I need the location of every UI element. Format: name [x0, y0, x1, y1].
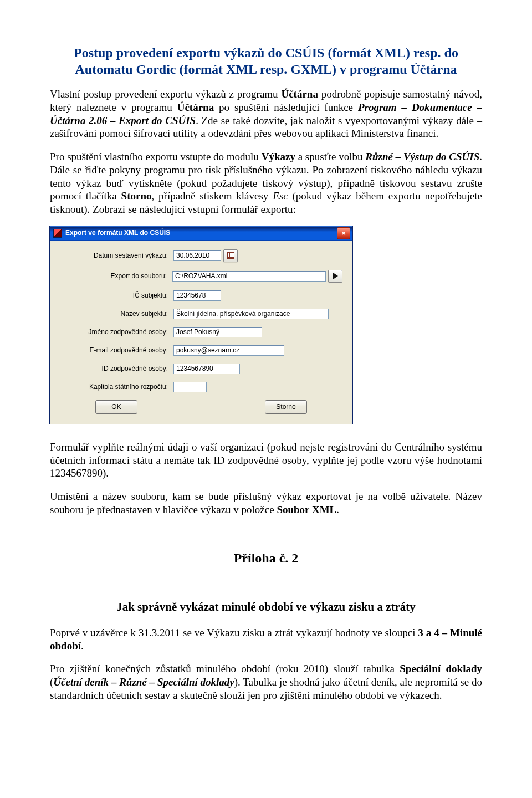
- text-bold: Účtárna: [281, 88, 318, 100]
- text-bold: Soubor XML: [277, 504, 336, 515]
- row-datum: Datum sestavení výkazu: 30.06.2010: [60, 249, 342, 262]
- dialog-screenshot: Export ve formátu XML do CSÚIS × Datum s…: [50, 226, 482, 424]
- intro-paragraph-2: Pro spuštění vlastního exportu vstupte d…: [50, 150, 482, 216]
- input-id[interactable]: 1234567890: [173, 364, 240, 374]
- input-kapitola[interactable]: [173, 382, 207, 392]
- ok-mnemonic: O: [111, 403, 116, 411]
- text-bold: Storno: [121, 190, 152, 202]
- appendix-heading: Příloha č. 2: [50, 550, 482, 566]
- text: po spuštění následující funkce: [214, 101, 358, 113]
- row-email: E-mail zodpovědné osoby: pokusny@seznam.…: [60, 345, 342, 356]
- storno-button[interactable]: Storno: [265, 400, 307, 414]
- paragraph-formular: Formulář vyplňte reálnými údaji o vaší o…: [50, 441, 482, 480]
- text: Vlastní postup provedení exportu výkazů …: [50, 88, 281, 100]
- ok-rest: K: [117, 403, 121, 411]
- row-jmeno: Jméno zodpovědné osoby: Josef Pokusný: [60, 327, 342, 337]
- row-export: Export do souboru: C:\ROZVAHA.xml: [60, 270, 342, 283]
- paragraph-umisteni: Umístění a název souboru, kam se bude př…: [50, 490, 482, 516]
- text-bold: Výkazy: [262, 151, 295, 162]
- paragraph-zjisteni: Pro zjištění konečných zůstatků minulého…: [50, 662, 482, 702]
- label-datum: Datum sestavení výkazu:: [60, 252, 173, 260]
- input-nazev[interactable]: Školní jídelna, příspěvková organizace: [173, 309, 329, 319]
- text-bold: Speciální doklady: [400, 663, 482, 674]
- play-icon: [333, 273, 338, 279]
- dialog-body: Datum sestavení výkazu: 30.06.2010 Expor…: [50, 241, 352, 424]
- section-heading: Jak správně vykázat minulé období ve výk…: [50, 600, 482, 614]
- browse-button[interactable]: [328, 270, 342, 283]
- storno-rest: torno: [280, 403, 295, 411]
- app-icon: [53, 229, 62, 238]
- row-ic: IČ subjektu: 12345678: [60, 290, 342, 301]
- label-email: E-mail zodpovědné osoby:: [60, 346, 173, 355]
- storno-mnemonic: S: [276, 403, 280, 411]
- input-datum[interactable]: 30.06.2010: [173, 250, 221, 261]
- calendar-button[interactable]: [223, 249, 238, 262]
- row-id: ID zodpovědné osoby: 1234567890: [60, 364, 342, 374]
- button-row: OK Storno: [60, 400, 342, 414]
- calendar-icon: [227, 252, 234, 259]
- export-dialog: Export ve formátu XML do CSÚIS × Datum s…: [50, 226, 352, 424]
- close-icon: ×: [341, 229, 346, 238]
- label-kapitola: Kapitola státního rozpočtu:: [60, 383, 173, 391]
- row-nazev: Název subjektu: Školní jídelna, příspěvk…: [60, 309, 342, 319]
- input-ic[interactable]: 12345678: [173, 290, 221, 301]
- label-nazev: Název subjektu:: [60, 310, 173, 318]
- page-title: Postup provedení exportu výkazů do CSÚIS…: [50, 44, 482, 78]
- text-bold-italic: Účetní deník – Různé – Speciální doklady: [53, 676, 234, 688]
- text: .: [81, 640, 84, 652]
- text: , případně stiskem klávesy: [151, 190, 273, 202]
- text-bold-italic: Různé – Výstup do CSÚIS: [365, 151, 479, 162]
- paragraph-poprve: Poprvé v uzávěrce k 31.3.2011 se ve Výka…: [50, 626, 482, 653]
- dialog-titlebar[interactable]: Export ve formátu XML do CSÚIS ×: [50, 226, 352, 241]
- intro-paragraph-1: Vlastní postup provedení exportu výkazů …: [50, 88, 482, 140]
- label-id: ID zodpovědné osoby:: [60, 365, 173, 373]
- row-kapitola: Kapitola státního rozpočtu:: [60, 382, 342, 392]
- label-export: Export do souboru:: [60, 272, 172, 280]
- label-jmeno: Jméno zodpovědné osoby:: [60, 328, 173, 336]
- text: Pro spuštění vlastního exportu vstupte d…: [50, 151, 262, 162]
- label-ic: IČ subjektu:: [60, 291, 173, 300]
- input-export-file[interactable]: C:\ROZVAHA.xml: [172, 271, 326, 282]
- dialog-title: Export ve formátu XML do CSÚIS: [65, 229, 337, 237]
- ok-button[interactable]: OK: [95, 400, 137, 414]
- text: Pro zjištění konečných zůstatků minulého…: [50, 663, 400, 674]
- close-button[interactable]: ×: [337, 227, 350, 239]
- text-italic: Esc: [273, 190, 288, 202]
- text: a spusťte volbu: [295, 151, 365, 162]
- input-email[interactable]: pokusny@seznam.cz: [173, 345, 284, 356]
- text: Poprvé v uzávěrce k 31.3.2011 se ve Výka…: [50, 627, 418, 638]
- text: Umístění a název souboru, kam se bude př…: [50, 490, 482, 515]
- text: .: [336, 504, 339, 515]
- input-jmeno[interactable]: Josef Pokusný: [173, 327, 262, 337]
- text-bold: Účtárna: [177, 101, 214, 113]
